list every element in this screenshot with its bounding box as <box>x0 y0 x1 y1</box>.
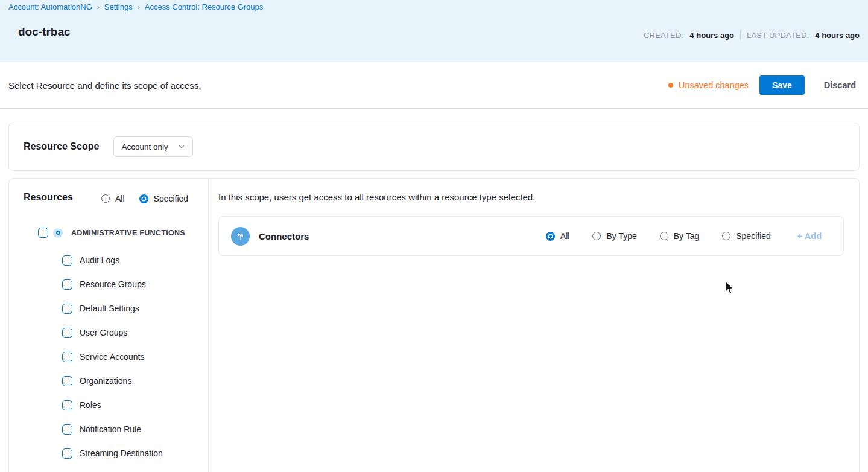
checkbox[interactable] <box>62 376 72 386</box>
action-toolbar: Select Resource and define its scope of … <box>0 62 868 109</box>
list-item-notification-rule[interactable]: Notification Rule <box>62 417 163 441</box>
radio-specified[interactable]: Specified <box>139 194 189 203</box>
connectors-radio-by-type[interactable]: By Type <box>592 231 636 241</box>
checkbox[interactable] <box>62 424 72 435</box>
add-button[interactable]: + Add <box>797 231 822 241</box>
breadcrumb-account-link[interactable]: Account: AutomationNG <box>8 2 92 11</box>
connectors-radio-by-tag-icon[interactable] <box>660 232 668 240</box>
list-item-label: Audit Logs <box>80 255 119 265</box>
connectors-radio-all-label: All <box>560 231 570 241</box>
checkbox[interactable] <box>62 328 72 338</box>
meta-divider <box>740 30 741 40</box>
radio-all-label: All <box>115 194 125 203</box>
group-checkbox[interactable] <box>38 228 48 238</box>
list-item-label: Organizations <box>80 376 131 386</box>
breadcrumb-separator-icon: › <box>138 3 140 11</box>
breadcrumb-separator-icon: › <box>97 3 100 11</box>
list-item-label: Notification Rule <box>80 424 141 434</box>
list-item-default-settings[interactable]: Default Settings <box>62 296 163 321</box>
connectors-radio-specified-label: Specified <box>736 231 771 241</box>
connectors-row: Connectors All By Type By Tag Specified … <box>218 216 844 256</box>
unsaved-changes-status: Unsaved changes <box>668 80 749 90</box>
list-item-user-groups[interactable]: User Groups <box>62 321 163 345</box>
last-updated-value: 4 hours ago <box>815 31 860 40</box>
resource-scope-selected-value: Account only <box>121 142 168 151</box>
list-item-label: Roles <box>80 400 101 410</box>
group-label: ADMINISTRATIVE FUNCTIONS <box>71 229 185 237</box>
checkbox[interactable] <box>62 352 72 362</box>
radio-specified-label: Specified <box>154 194 189 203</box>
resource-group-administrative-functions[interactable]: ADMINISTRATIVE FUNCTIONS <box>38 228 185 238</box>
radio-all-icon[interactable] <box>101 194 110 203</box>
header-meta: CREATED: 4 hours ago LAST UPDATED: 4 hou… <box>644 30 860 40</box>
connectors-radio-specified-icon[interactable] <box>722 232 730 240</box>
list-item-resource-groups[interactable]: Resource Groups <box>62 272 163 296</box>
list-item-roles[interactable]: Roles <box>62 393 163 417</box>
breadcrumb-resource-groups-link[interactable]: Access Control: Resource Groups <box>145 2 264 11</box>
branch-arrows-icon <box>235 231 246 241</box>
list-item-label: Service Accounts <box>80 352 144 362</box>
list-item-streaming-destination[interactable]: Streaming Destination <box>62 441 163 465</box>
list-item-label: Resource Groups <box>80 279 146 289</box>
toolbar-description: Select Resource and define its scope of … <box>8 80 201 91</box>
connectors-radio-by-tag[interactable]: By Tag <box>660 231 700 241</box>
resources-card: Resources All Specified ADMINISTRATIVE F… <box>8 178 860 472</box>
list-item-audit-logs[interactable]: Audit Logs <box>62 248 163 272</box>
resources-title: Resources <box>24 192 73 203</box>
resources-scope-radio-group: All Specified <box>101 194 188 203</box>
checkbox[interactable] <box>62 279 72 290</box>
checkbox[interactable] <box>62 255 72 266</box>
connectors-radio-by-tag-label: By Tag <box>674 231 700 241</box>
scope-info-text: In this scope, users get access to all r… <box>218 192 535 202</box>
save-button[interactable]: Save <box>759 75 805 95</box>
radio-specified-icon[interactable] <box>139 194 148 203</box>
resources-sidebar: Resources All Specified ADMINISTRATIVE F… <box>9 179 209 472</box>
connectors-radio-by-type-icon[interactable] <box>592 232 601 240</box>
connectors-radio-all-icon[interactable] <box>546 232 555 241</box>
checkbox[interactable] <box>62 448 72 459</box>
list-item-label: User Groups <box>80 328 127 337</box>
connectors-radio-specified[interactable]: Specified <box>722 231 771 241</box>
connectors-label: Connectors <box>259 231 309 241</box>
page-header: Account: AutomationNG › Settings › Acces… <box>0 0 868 62</box>
unsaved-dot-icon <box>668 83 673 88</box>
resource-scope-dropdown[interactable]: Account only <box>113 136 192 157</box>
checkbox[interactable] <box>62 400 72 410</box>
list-item-label: Streaming Destination <box>80 448 163 458</box>
discard-button[interactable]: Discard <box>824 80 856 90</box>
resource-scope-card: Resource Scope Account only <box>8 123 860 171</box>
chevron-down-icon <box>178 143 185 150</box>
list-item-label: Default Settings <box>80 304 139 313</box>
connectors-radio-by-type-label: By Type <box>606 231 636 241</box>
created-value: 4 hours ago <box>689 31 734 40</box>
unsaved-changes-label: Unsaved changes <box>679 80 749 90</box>
last-updated-label: LAST UPDATED: <box>747 31 809 40</box>
list-item-organizations[interactable]: Organizations <box>62 369 163 393</box>
checkbox[interactable] <box>62 304 72 314</box>
toolbar-actions: Unsaved changes Save Discard <box>668 75 856 95</box>
group-partial-state-icon <box>53 228 63 238</box>
resource-scope-label: Resource Scope <box>24 141 99 152</box>
created-label: CREATED: <box>644 31 683 40</box>
list-item-service-accounts[interactable]: Service Accounts <box>62 345 163 369</box>
breadcrumb-settings-link[interactable]: Settings <box>104 2 133 11</box>
resource-type-list: Audit Logs Resource Groups Default Setti… <box>62 248 163 465</box>
breadcrumb: Account: AutomationNG › Settings › Acces… <box>8 2 263 11</box>
connectors-access-radio-group: All By Type By Tag Specified <box>546 231 771 241</box>
connectors-icon <box>231 227 250 246</box>
radio-all[interactable]: All <box>101 194 125 203</box>
page-title: doc-trbac <box>18 25 71 39</box>
connectors-radio-all[interactable]: All <box>546 231 570 241</box>
